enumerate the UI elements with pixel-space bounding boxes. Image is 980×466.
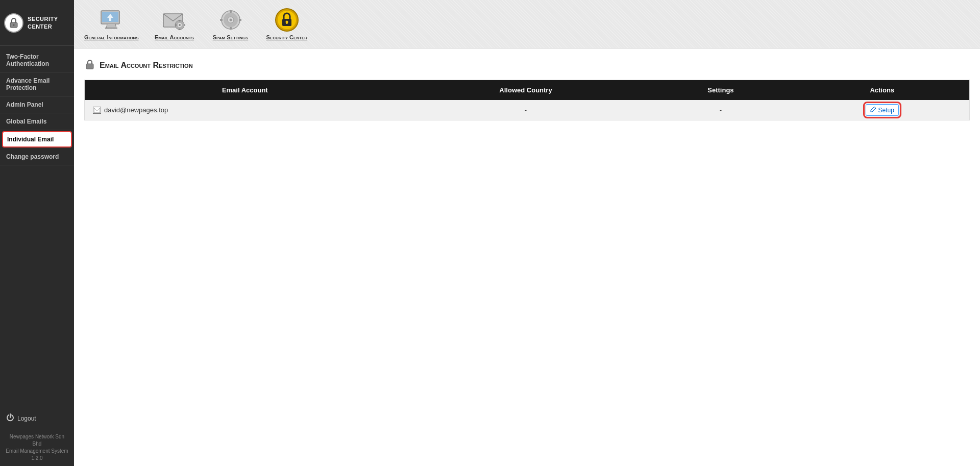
logo-icon xyxy=(4,13,23,33)
svg-rect-12 xyxy=(175,24,177,26)
email-address: david@newpages.top xyxy=(104,106,168,114)
svg-rect-5 xyxy=(109,18,111,21)
svg-rect-17 xyxy=(230,27,232,30)
edit-icon xyxy=(870,106,876,114)
nav-security-center[interactable]: Security Center xyxy=(266,8,308,40)
email-cell: david@newpages.top xyxy=(85,100,405,120)
page-title: Email Account Restriction xyxy=(100,61,193,70)
svg-rect-16 xyxy=(230,10,232,13)
setup-label: Setup xyxy=(878,107,894,114)
email-checkbox-icon[interactable] xyxy=(93,107,101,114)
col-allowed-country: Allowed Country xyxy=(405,80,647,101)
col-actions: Actions xyxy=(795,80,969,101)
table-row: david@newpages.top -- Setup xyxy=(85,100,970,120)
logout-label: Logout xyxy=(17,415,36,422)
setup-button[interactable]: Setup xyxy=(866,104,899,116)
nav-security-center-label: Security Center xyxy=(266,34,308,40)
actions-cell: Setup xyxy=(795,100,969,120)
sidebar-item-change-password[interactable]: Change password xyxy=(0,149,74,165)
main-content: General Informations xyxy=(74,0,980,466)
nav-email-accounts-label: Email Accounts xyxy=(155,34,194,40)
security-center-icon xyxy=(274,8,300,32)
table-body: david@newpages.top -- Setup xyxy=(85,100,970,120)
general-info-icon xyxy=(98,8,125,32)
nav-spam-settings[interactable]: Spam Settings xyxy=(210,8,251,40)
svg-point-9 xyxy=(179,24,181,26)
sidebar-item-individual-email[interactable]: Individual Email xyxy=(2,131,72,148)
power-icon xyxy=(6,413,14,423)
svg-point-1 xyxy=(13,24,15,26)
sidebar-logo: Security Center xyxy=(0,0,74,46)
spam-settings-icon xyxy=(217,8,244,32)
sidebar-footer: Newpages Network Sdn BhdEmail Management… xyxy=(0,429,74,466)
svg-point-21 xyxy=(229,19,232,21)
logout-button[interactable]: Logout xyxy=(0,407,74,429)
page-content: Email Account Restriction Email Account … xyxy=(74,48,980,466)
sidebar-item-admin-panel[interactable]: Admin Panel xyxy=(0,96,74,113)
col-email-account: Email Account xyxy=(85,80,405,101)
svg-rect-26 xyxy=(286,22,287,24)
svg-rect-11 xyxy=(179,29,180,30)
email-accounts-icon xyxy=(161,8,188,32)
sidebar-title: Security Center xyxy=(28,15,58,30)
col-settings: Settings xyxy=(646,80,795,101)
svg-rect-18 xyxy=(220,19,223,21)
top-nav: General Informations xyxy=(74,0,980,48)
sidebar: Security Center Two-Factor Authenticatio… xyxy=(0,0,74,466)
sidebar-item-global-emails[interactable]: Global Emails xyxy=(0,113,74,130)
lock-icon xyxy=(84,59,95,71)
svg-rect-13 xyxy=(184,24,185,26)
svg-rect-10 xyxy=(179,20,180,21)
svg-rect-19 xyxy=(239,19,241,21)
sidebar-item-advance-email[interactable]: Advance Email Protection xyxy=(0,72,74,96)
nav-email-accounts[interactable]: Email Accounts xyxy=(154,8,195,40)
settings-cell: - xyxy=(646,100,795,120)
nav-general-informations-label: General Informations xyxy=(84,34,139,40)
allowed-country-cell: - xyxy=(405,100,647,120)
page-header: Email Account Restriction xyxy=(84,59,970,71)
sidebar-item-two-factor[interactable]: Two-Factor Authentication xyxy=(0,48,74,72)
nav-general-informations[interactable]: General Informations xyxy=(84,8,139,40)
email-restriction-table: Email Account Allowed Country Settings A… xyxy=(84,80,970,120)
sidebar-nav: Two-Factor Authentication Advance Email … xyxy=(0,46,74,407)
svg-rect-27 xyxy=(86,64,93,69)
nav-spam-settings-label: Spam Settings xyxy=(213,34,249,40)
